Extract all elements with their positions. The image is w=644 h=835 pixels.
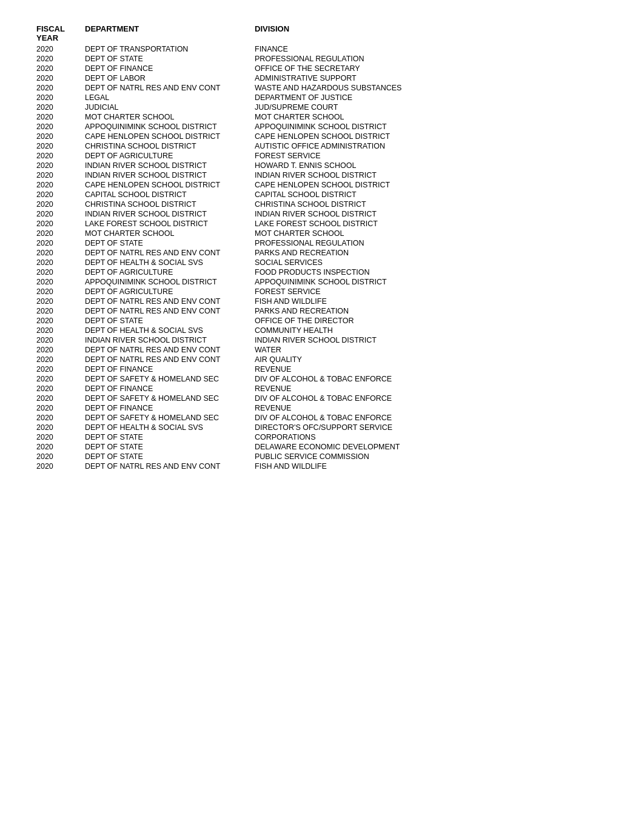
cell-department: APPOQUINIMINK SCHOOL DISTRICT: [85, 278, 255, 286]
cell-division: INDIAN RIVER SCHOOL DISTRICT: [255, 171, 608, 179]
cell-division: OFFICE OF THE DIRECTOR: [255, 317, 608, 325]
table-row: 2020DEPT OF STATEPROFESSIONAL REGULATION: [36, 55, 608, 63]
cell-year: 2020: [36, 122, 85, 131]
table-body: 2020DEPT OF TRANSPORTATIONFINANCE2020DEP…: [36, 45, 608, 471]
cell-year: 2020: [36, 220, 85, 228]
table-row: 2020DEPT OF NATRL RES AND ENV CONTPARKS …: [36, 249, 608, 257]
cell-division: DELAWARE ECONOMIC DEVELOPMENT: [255, 443, 608, 451]
table-row: 2020DEPT OF SAFETY & HOMELAND SECDIV OF …: [36, 414, 608, 422]
table-row: 2020DEPT OF STATEPROFESSIONAL REGULATION: [36, 239, 608, 247]
cell-year: 2020: [36, 132, 85, 141]
cell-department: DEPT OF TRANSPORTATION: [85, 45, 255, 53]
cell-department: DEPT OF NATRL RES AND ENV CONT: [85, 346, 255, 354]
cell-year: 2020: [36, 113, 85, 121]
cell-division: CORPORATIONS: [255, 433, 608, 441]
table-row: 2020DEPT OF FINANCEOFFICE OF THE SECRETA…: [36, 64, 608, 73]
cell-division: OFFICE OF THE SECRETARY: [255, 64, 608, 73]
table-row: 2020CHRISTINA SCHOOL DISTRICTAUTISTIC OF…: [36, 142, 608, 150]
cell-department: DEPT OF STATE: [85, 443, 255, 451]
cell-division: APPOQUINIMINK SCHOOL DISTRICT: [255, 278, 608, 286]
cell-department: INDIAN RIVER SCHOOL DISTRICT: [85, 336, 255, 344]
table-row: 2020DEPT OF FINANCEREVENUE: [36, 365, 608, 374]
table-row: 2020DEPT OF NATRL RES AND ENV CONTFISH A…: [36, 297, 608, 306]
cell-year: 2020: [36, 375, 85, 383]
cell-department: DEPT OF FINANCE: [85, 64, 255, 73]
table-row: 2020DEPT OF HEALTH & SOCIAL SVSCOMMUNITY…: [36, 326, 608, 335]
cell-department: CHRISTINA SCHOOL DISTRICT: [85, 200, 255, 209]
cell-year: 2020: [36, 278, 85, 286]
table-row: 2020DEPT OF AGRICULTUREFOREST SERVICE: [36, 287, 608, 296]
table-row: 2020DEPT OF NATRL RES AND ENV CONTWATER: [36, 346, 608, 354]
table-row: 2020DEPT OF AGRICULTUREFOREST SERVICE: [36, 152, 608, 160]
table-row: 2020LEGALDEPARTMENT OF JUSTICE: [36, 93, 608, 102]
cell-year: 2020: [36, 414, 85, 422]
cell-department: MOT CHARTER SCHOOL: [85, 229, 255, 238]
header-division: DIVISION: [255, 24, 608, 42]
table-row: 2020APPOQUINIMINK SCHOOL DISTRICTAPPOQUI…: [36, 122, 608, 131]
cell-division: AUTISTIC OFFICE ADMINISTRATION: [255, 142, 608, 150]
table-row: 2020INDIAN RIVER SCHOOL DISTRICTHOWARD T…: [36, 161, 608, 170]
cell-division: DIV OF ALCOHOL & TOBAC ENFORCE: [255, 394, 608, 403]
cell-year: 2020: [36, 55, 85, 63]
cell-year: 2020: [36, 346, 85, 354]
cell-division: COMMUNITY HEALTH: [255, 326, 608, 335]
table-row: 2020DEPT OF SAFETY & HOMELAND SECDIV OF …: [36, 375, 608, 383]
cell-division: WASTE AND HAZARDOUS SUBSTANCES: [255, 84, 608, 92]
cell-department: DEPT OF STATE: [85, 452, 255, 461]
cell-division: SOCIAL SERVICES: [255, 258, 608, 267]
cell-division: ADMINISTRATIVE SUPPORT: [255, 74, 608, 82]
cell-year: 2020: [36, 317, 85, 325]
cell-division: DIV OF ALCOHOL & TOBAC ENFORCE: [255, 414, 608, 422]
cell-department: CAPE HENLOPEN SCHOOL DISTRICT: [85, 132, 255, 141]
cell-year: 2020: [36, 365, 85, 374]
table-row: 2020DEPT OF STATECORPORATIONS: [36, 433, 608, 441]
cell-department: DEPT OF SAFETY & HOMELAND SEC: [85, 394, 255, 403]
cell-division: PROFESSIONAL REGULATION: [255, 55, 608, 63]
cell-division: REVENUE: [255, 404, 608, 412]
table-row: 2020DEPT OF HEALTH & SOCIAL SVSSOCIAL SE…: [36, 258, 608, 267]
cell-division: INDIAN RIVER SCHOOL DISTRICT: [255, 336, 608, 344]
cell-year: 2020: [36, 258, 85, 267]
table-row: 2020DEPT OF STATEOFFICE OF THE DIRECTOR: [36, 317, 608, 325]
cell-department: LEGAL: [85, 93, 255, 102]
cell-year: 2020: [36, 394, 85, 403]
table-row: 2020CAPE HENLOPEN SCHOOL DISTRICTCAPE HE…: [36, 181, 608, 189]
cell-division: DIRECTOR'S OFC/SUPPORT SERVICE: [255, 423, 608, 432]
cell-department: INDIAN RIVER SCHOOL DISTRICT: [85, 161, 255, 170]
cell-year: 2020: [36, 462, 85, 471]
cell-year: 2020: [36, 93, 85, 102]
cell-year: 2020: [36, 307, 85, 315]
table-row: 2020DEPT OF LABORADMINISTRATIVE SUPPORT: [36, 74, 608, 82]
table-row: 2020MOT CHARTER SCHOOLMOT CHARTER SCHOOL: [36, 229, 608, 238]
cell-year: 2020: [36, 84, 85, 92]
cell-department: DEPT OF HEALTH & SOCIAL SVS: [85, 258, 255, 267]
cell-division: PUBLIC SERVICE COMMISSION: [255, 452, 608, 461]
table-row: 2020DEPT OF NATRL RES AND ENV CONTWASTE …: [36, 84, 608, 92]
table-row: 2020INDIAN RIVER SCHOOL DISTRICTINDIAN R…: [36, 336, 608, 344]
cell-department: DEPT OF STATE: [85, 317, 255, 325]
cell-department: DEPT OF HEALTH & SOCIAL SVS: [85, 423, 255, 432]
cell-division: WATER: [255, 346, 608, 354]
cell-year: 2020: [36, 171, 85, 179]
cell-department: DEPT OF NATRL RES AND ENV CONT: [85, 297, 255, 306]
cell-department: DEPT OF SAFETY & HOMELAND SEC: [85, 414, 255, 422]
table-header: FISCAL YEAR DEPARTMENT DIVISION: [36, 24, 608, 42]
cell-division: INDIAN RIVER SCHOOL DISTRICT: [255, 210, 608, 218]
table-row: 2020DEPT OF STATEPUBLIC SERVICE COMMISSI…: [36, 452, 608, 461]
cell-division: FOREST SERVICE: [255, 287, 608, 296]
cell-year: 2020: [36, 239, 85, 247]
cell-division: CAPITAL SCHOOL DISTRICT: [255, 190, 608, 199]
cell-department: DEPT OF NATRL RES AND ENV CONT: [85, 84, 255, 92]
cell-division: DEPARTMENT OF JUSTICE: [255, 93, 608, 102]
cell-division: PARKS AND RECREATION: [255, 249, 608, 257]
cell-department: DEPT OF HEALTH & SOCIAL SVS: [85, 326, 255, 335]
cell-year: 2020: [36, 45, 85, 53]
cell-department: DEPT OF NATRL RES AND ENV CONT: [85, 462, 255, 471]
cell-year: 2020: [36, 297, 85, 306]
table-row: 2020INDIAN RIVER SCHOOL DISTRICTINDIAN R…: [36, 171, 608, 179]
cell-year: 2020: [36, 229, 85, 238]
table-row: 2020CAPE HENLOPEN SCHOOL DISTRICTCAPE HE…: [36, 132, 608, 141]
cell-department: DEPT OF STATE: [85, 239, 255, 247]
table-row: 2020INDIAN RIVER SCHOOL DISTRICTINDIAN R…: [36, 210, 608, 218]
cell-division: FINANCE: [255, 45, 608, 53]
